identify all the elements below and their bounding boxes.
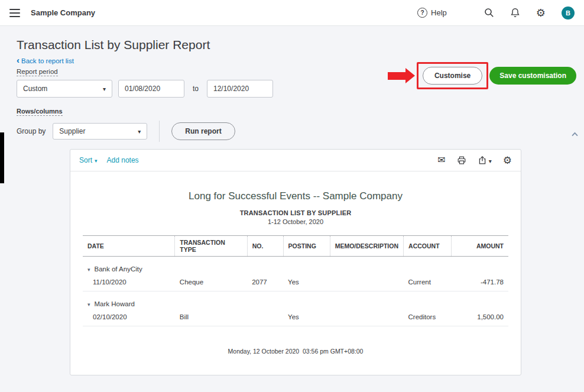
save-customisation-button[interactable]: Save customisation bbox=[489, 67, 576, 85]
col-posting: POSTING bbox=[283, 236, 330, 257]
vertical-divider bbox=[159, 121, 160, 142]
rows-columns-label: Rows/columns bbox=[17, 108, 63, 116]
help-icon: ? bbox=[417, 8, 427, 18]
col-no: NO. bbox=[247, 236, 283, 257]
chevron-down-icon bbox=[138, 127, 141, 135]
screenshot-edge-artifact bbox=[0, 132, 4, 183]
cell-type: Cheque bbox=[175, 275, 247, 291]
run-report-button[interactable]: Run report bbox=[171, 122, 235, 140]
to-label: to bbox=[193, 85, 199, 93]
export-icon[interactable] bbox=[478, 155, 487, 165]
collapse-group-caret-icon[interactable] bbox=[87, 265, 90, 273]
group-row-bank-of-anycity[interactable]: Bank of AnyCity bbox=[83, 257, 508, 276]
cell-account: Current bbox=[404, 275, 452, 291]
red-annotation-arrow bbox=[388, 68, 415, 83]
help-label: Help bbox=[431, 8, 447, 17]
report-company-title: Long for Successful Events -- Sample Com… bbox=[70, 190, 521, 202]
report-timestamp: Monday, 12 October 2020 03:56 pm GMT+08:… bbox=[70, 348, 521, 355]
settings-gear-icon[interactable] bbox=[536, 8, 546, 18]
col-amount: AMOUNT bbox=[452, 236, 508, 257]
cell-amount: -471.78 bbox=[452, 275, 508, 291]
table-header-row: DATE TRANSACTION TYPE NO. POSTING MEMO/D… bbox=[83, 236, 508, 257]
report-period-value: Custom bbox=[23, 85, 47, 93]
chevron-left-icon bbox=[17, 57, 20, 64]
col-account: ACCOUNT bbox=[404, 236, 452, 257]
cell-type: Bill bbox=[175, 310, 247, 326]
transaction-row[interactable]: 11/10/2020 Cheque 2077 Yes Current -471.… bbox=[83, 275, 508, 291]
topbar: Sample Company ? Help B bbox=[0, 0, 584, 26]
transactions-table: DATE TRANSACTION TYPE NO. POSTING MEMO/D… bbox=[83, 235, 508, 326]
group-by-select[interactable]: Supplier bbox=[53, 123, 147, 140]
report-card: Sort Add notes bbox=[70, 149, 521, 375]
page-title: Transaction List by Supplier Report bbox=[17, 38, 567, 52]
chevron-down-icon bbox=[103, 85, 106, 93]
chevron-down-icon[interactable] bbox=[489, 155, 492, 166]
cell-memo bbox=[330, 275, 403, 291]
cell-date: 02/10/2020 bbox=[83, 310, 175, 326]
sort-button[interactable]: Sort bbox=[79, 156, 98, 164]
group-row-mark-howard[interactable]: Mark Howard bbox=[83, 291, 508, 310]
group-by-value: Supplier bbox=[59, 127, 85, 135]
col-transaction-type: TRANSACTION TYPE bbox=[175, 236, 247, 257]
notifications-bell-icon[interactable] bbox=[510, 8, 520, 18]
group-by-label: Group by bbox=[17, 127, 46, 135]
help-button[interactable]: ? Help bbox=[417, 8, 447, 18]
report-name: TRANSACTION LIST BY SUPPLIER bbox=[70, 209, 521, 216]
col-memo-description: MEMO/DESCRIPTION bbox=[330, 236, 403, 257]
cell-no: 2077 bbox=[247, 275, 283, 291]
customise-button[interactable]: Customise bbox=[423, 67, 482, 85]
collapse-group-caret-icon[interactable] bbox=[87, 300, 90, 307]
date-to-input[interactable] bbox=[207, 80, 273, 98]
print-icon[interactable] bbox=[457, 155, 466, 165]
report-toolbar: Sort Add notes bbox=[70, 150, 521, 171]
cell-account: Creditors bbox=[404, 310, 452, 326]
cell-memo bbox=[330, 310, 403, 326]
red-highlight-box: Customise bbox=[417, 62, 488, 89]
col-date: DATE bbox=[83, 236, 175, 257]
collapse-panel-chevron-up-icon[interactable] bbox=[569, 129, 580, 140]
hamburger-menu-icon[interactable] bbox=[8, 8, 21, 18]
search-icon[interactable] bbox=[484, 8, 494, 18]
company-name: Sample Company bbox=[31, 8, 95, 17]
report-settings-gear-icon[interactable] bbox=[503, 155, 512, 166]
report-period-select[interactable]: Custom bbox=[17, 80, 112, 98]
transaction-row[interactable]: 02/10/2020 Bill Yes Creditors 1,500.00 bbox=[83, 310, 508, 326]
cell-date: 11/10/2020 bbox=[83, 275, 175, 291]
cell-no bbox=[247, 310, 283, 326]
app-window: Sample Company ? Help B Transac bbox=[0, 0, 584, 392]
date-from-input[interactable] bbox=[118, 80, 184, 98]
customise-zone: Customise Save customisation bbox=[388, 62, 576, 89]
cell-amount: 1,500.00 bbox=[452, 310, 508, 326]
user-avatar[interactable]: B bbox=[562, 7, 575, 20]
email-icon[interactable] bbox=[437, 155, 445, 165]
cell-posting: Yes bbox=[283, 310, 330, 326]
add-notes-button[interactable]: Add notes bbox=[107, 156, 139, 164]
report-date-range: 1-12 October, 2020 bbox=[70, 218, 521, 225]
cell-posting: Yes bbox=[283, 275, 330, 291]
report-period-label: Report period bbox=[17, 68, 58, 76]
back-to-report-list-link[interactable]: Back to report list bbox=[17, 57, 74, 64]
chevron-down-icon bbox=[95, 156, 98, 164]
